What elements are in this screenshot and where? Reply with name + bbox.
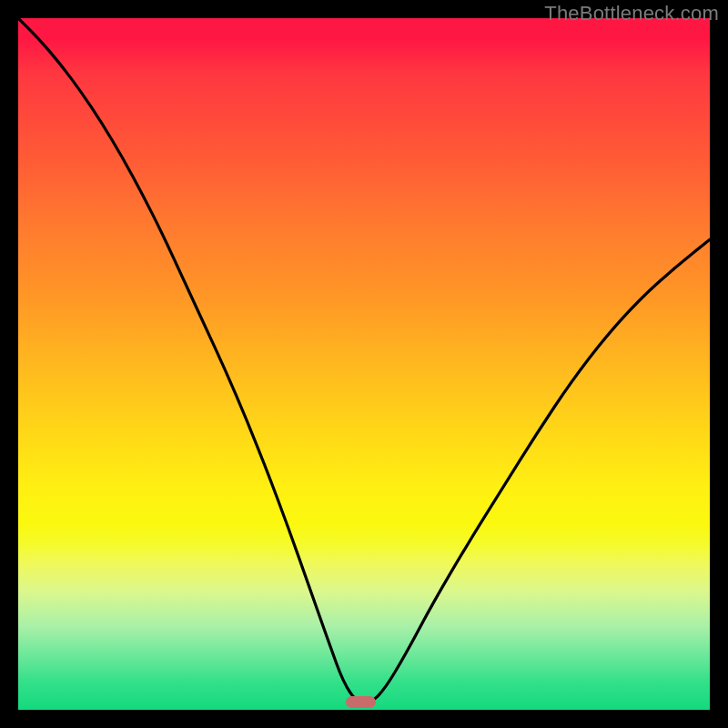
watermark-text: TheBottleneck.com (544, 2, 719, 25)
min-marker (346, 696, 376, 708)
gradient-background (18, 18, 710, 710)
chart-container: TheBottleneck.com (0, 0, 728, 728)
plot-frame (18, 18, 710, 710)
